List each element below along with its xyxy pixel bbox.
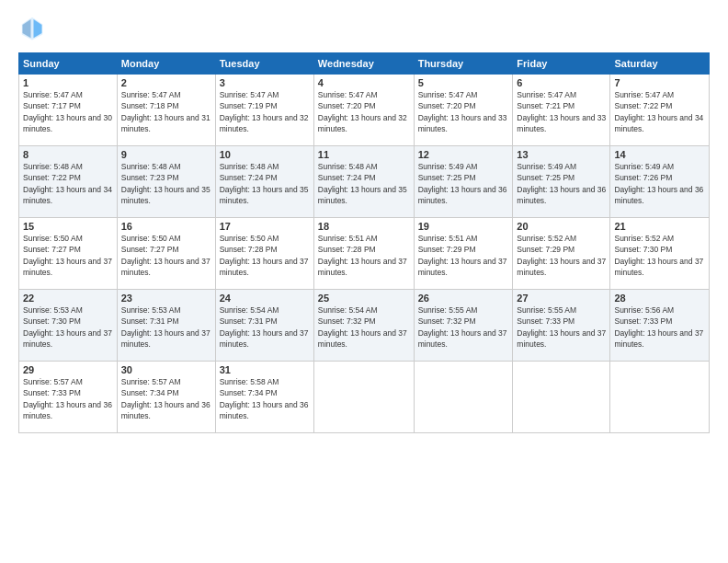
calendar-week-5: 29Sunrise: 5:57 AMSunset: 7:33 PMDayligh… xyxy=(19,362,710,433)
day-number: 29 xyxy=(23,364,113,375)
calendar-week-1: 1Sunrise: 5:47 AMSunset: 7:17 PMDaylight… xyxy=(19,75,710,146)
day-info: Sunrise: 5:58 AMSunset: 7:34 PMDaylight:… xyxy=(220,377,309,420)
day-info: Sunrise: 5:47 AMSunset: 7:20 PMDaylight:… xyxy=(418,90,507,133)
day-info: Sunrise: 5:48 AMSunset: 7:24 PMDaylight:… xyxy=(318,162,407,205)
page-container: SundayMondayTuesdayWednesdayThursdayFrid… xyxy=(0,0,728,442)
calendar-cell: 10Sunrise: 5:48 AMSunset: 7:24 PMDayligh… xyxy=(215,146,313,218)
day-number: 21 xyxy=(614,221,705,232)
day-number: 27 xyxy=(517,293,606,304)
calendar-cell: 17Sunrise: 5:50 AMSunset: 7:28 PMDayligh… xyxy=(215,218,313,290)
calendar-cell: 19Sunrise: 5:51 AMSunset: 7:29 PMDayligh… xyxy=(414,218,513,290)
day-info: Sunrise: 5:50 AMSunset: 7:27 PMDaylight:… xyxy=(23,234,112,277)
calendar-cell: 18Sunrise: 5:51 AMSunset: 7:28 PMDayligh… xyxy=(313,218,414,290)
calendar-cell: 6Sunrise: 5:47 AMSunset: 7:21 PMDaylight… xyxy=(513,75,610,146)
day-number: 8 xyxy=(23,149,113,160)
calendar-header-thursday: Thursday xyxy=(414,53,513,75)
calendar-week-3: 15Sunrise: 5:50 AMSunset: 7:27 PMDayligh… xyxy=(19,218,710,290)
day-info: Sunrise: 5:47 AMSunset: 7:21 PMDaylight:… xyxy=(517,90,606,133)
calendar-table: SundayMondayTuesdayWednesdayThursdayFrid… xyxy=(18,52,710,433)
calendar-cell: 14Sunrise: 5:49 AMSunset: 7:26 PMDayligh… xyxy=(610,146,710,218)
day-info: Sunrise: 5:56 AMSunset: 7:33 PMDaylight:… xyxy=(614,305,703,349)
calendar-cell xyxy=(414,362,513,433)
calendar-cell: 2Sunrise: 5:47 AMSunset: 7:18 PMDaylight… xyxy=(117,75,215,146)
day-info: Sunrise: 5:53 AMSunset: 7:31 PMDaylight:… xyxy=(121,305,210,349)
calendar-cell: 5Sunrise: 5:47 AMSunset: 7:20 PMDaylight… xyxy=(414,75,513,146)
calendar-cell: 8Sunrise: 5:48 AMSunset: 7:22 PMDaylight… xyxy=(19,146,118,218)
logo-icon xyxy=(18,14,46,41)
calendar-cell: 11Sunrise: 5:48 AMSunset: 7:24 PMDayligh… xyxy=(313,146,414,218)
logo xyxy=(18,14,50,41)
day-info: Sunrise: 5:57 AMSunset: 7:34 PMDaylight:… xyxy=(121,377,210,420)
day-number: 26 xyxy=(418,293,509,304)
day-info: Sunrise: 5:49 AMSunset: 7:26 PMDaylight:… xyxy=(614,162,703,205)
day-info: Sunrise: 5:54 AMSunset: 7:32 PMDaylight:… xyxy=(318,305,407,349)
calendar-cell: 12Sunrise: 5:49 AMSunset: 7:25 PMDayligh… xyxy=(414,146,513,218)
day-number: 25 xyxy=(318,293,410,304)
day-number: 22 xyxy=(23,293,113,304)
day-info: Sunrise: 5:53 AMSunset: 7:30 PMDaylight:… xyxy=(23,305,112,349)
day-number: 12 xyxy=(418,149,509,160)
day-info: Sunrise: 5:48 AMSunset: 7:22 PMDaylight:… xyxy=(23,162,112,205)
day-info: Sunrise: 5:47 AMSunset: 7:22 PMDaylight:… xyxy=(614,90,703,133)
day-info: Sunrise: 5:50 AMSunset: 7:27 PMDaylight:… xyxy=(121,234,210,277)
calendar-cell: 9Sunrise: 5:48 AMSunset: 7:23 PMDaylight… xyxy=(117,146,215,218)
calendar-cell: 22Sunrise: 5:53 AMSunset: 7:30 PMDayligh… xyxy=(19,290,118,362)
calendar-cell: 4Sunrise: 5:47 AMSunset: 7:20 PMDaylight… xyxy=(313,75,414,146)
day-info: Sunrise: 5:55 AMSunset: 7:33 PMDaylight:… xyxy=(517,305,606,349)
day-info: Sunrise: 5:54 AMSunset: 7:31 PMDaylight:… xyxy=(220,305,309,349)
calendar-cell: 7Sunrise: 5:47 AMSunset: 7:22 PMDaylight… xyxy=(610,75,710,146)
day-number: 16 xyxy=(121,221,211,232)
day-number: 15 xyxy=(23,221,113,232)
calendar-cell: 16Sunrise: 5:50 AMSunset: 7:27 PMDayligh… xyxy=(117,218,215,290)
day-number: 6 xyxy=(517,77,606,88)
header xyxy=(18,14,710,41)
day-number: 9 xyxy=(121,149,211,160)
day-info: Sunrise: 5:51 AMSunset: 7:28 PMDaylight:… xyxy=(318,234,407,277)
calendar-week-4: 22Sunrise: 5:53 AMSunset: 7:30 PMDayligh… xyxy=(19,290,710,362)
calendar-header-monday: Monday xyxy=(117,53,215,75)
day-number: 7 xyxy=(614,77,705,88)
calendar-cell: 26Sunrise: 5:55 AMSunset: 7:32 PMDayligh… xyxy=(414,290,513,362)
day-info: Sunrise: 5:48 AMSunset: 7:24 PMDaylight:… xyxy=(220,162,309,205)
calendar-header-row: SundayMondayTuesdayWednesdayThursdayFrid… xyxy=(19,53,710,75)
calendar-header-saturday: Saturday xyxy=(610,53,710,75)
day-info: Sunrise: 5:50 AMSunset: 7:28 PMDaylight:… xyxy=(220,234,309,277)
calendar-cell: 15Sunrise: 5:50 AMSunset: 7:27 PMDayligh… xyxy=(19,218,118,290)
calendar-cell: 28Sunrise: 5:56 AMSunset: 7:33 PMDayligh… xyxy=(610,290,710,362)
day-info: Sunrise: 5:47 AMSunset: 7:19 PMDaylight:… xyxy=(220,90,309,133)
day-info: Sunrise: 5:52 AMSunset: 7:30 PMDaylight:… xyxy=(614,234,703,277)
day-number: 30 xyxy=(121,364,211,375)
day-number: 17 xyxy=(220,221,310,232)
day-info: Sunrise: 5:47 AMSunset: 7:18 PMDaylight:… xyxy=(121,90,210,133)
calendar-cell: 20Sunrise: 5:52 AMSunset: 7:29 PMDayligh… xyxy=(513,218,610,290)
calendar-header-friday: Friday xyxy=(513,53,610,75)
calendar-cell: 21Sunrise: 5:52 AMSunset: 7:30 PMDayligh… xyxy=(610,218,710,290)
day-info: Sunrise: 5:52 AMSunset: 7:29 PMDaylight:… xyxy=(517,234,606,277)
calendar-cell: 13Sunrise: 5:49 AMSunset: 7:25 PMDayligh… xyxy=(513,146,610,218)
calendar-header-sunday: Sunday xyxy=(19,53,118,75)
day-number: 10 xyxy=(220,149,310,160)
day-info: Sunrise: 5:55 AMSunset: 7:32 PMDaylight:… xyxy=(418,305,507,349)
calendar-cell xyxy=(313,362,414,433)
calendar-cell xyxy=(513,362,610,433)
day-number: 3 xyxy=(220,77,310,88)
day-info: Sunrise: 5:47 AMSunset: 7:20 PMDaylight:… xyxy=(318,90,407,133)
day-number: 11 xyxy=(318,149,410,160)
day-number: 18 xyxy=(318,221,410,232)
day-number: 13 xyxy=(517,149,606,160)
day-number: 14 xyxy=(614,149,705,160)
calendar-cell: 25Sunrise: 5:54 AMSunset: 7:32 PMDayligh… xyxy=(313,290,414,362)
calendar-cell: 31Sunrise: 5:58 AMSunset: 7:34 PMDayligh… xyxy=(215,362,313,433)
day-number: 5 xyxy=(418,77,509,88)
day-number: 19 xyxy=(418,221,509,232)
day-number: 20 xyxy=(517,221,606,232)
calendar-week-2: 8Sunrise: 5:48 AMSunset: 7:22 PMDaylight… xyxy=(19,146,710,218)
day-number: 1 xyxy=(23,77,113,88)
calendar-cell: 30Sunrise: 5:57 AMSunset: 7:34 PMDayligh… xyxy=(117,362,215,433)
calendar-cell: 3Sunrise: 5:47 AMSunset: 7:19 PMDaylight… xyxy=(215,75,313,146)
day-number: 4 xyxy=(318,77,410,88)
calendar-header-wednesday: Wednesday xyxy=(313,53,414,75)
day-info: Sunrise: 5:57 AMSunset: 7:33 PMDaylight:… xyxy=(23,377,112,420)
day-info: Sunrise: 5:49 AMSunset: 7:25 PMDaylight:… xyxy=(517,162,606,205)
day-number: 24 xyxy=(220,293,310,304)
